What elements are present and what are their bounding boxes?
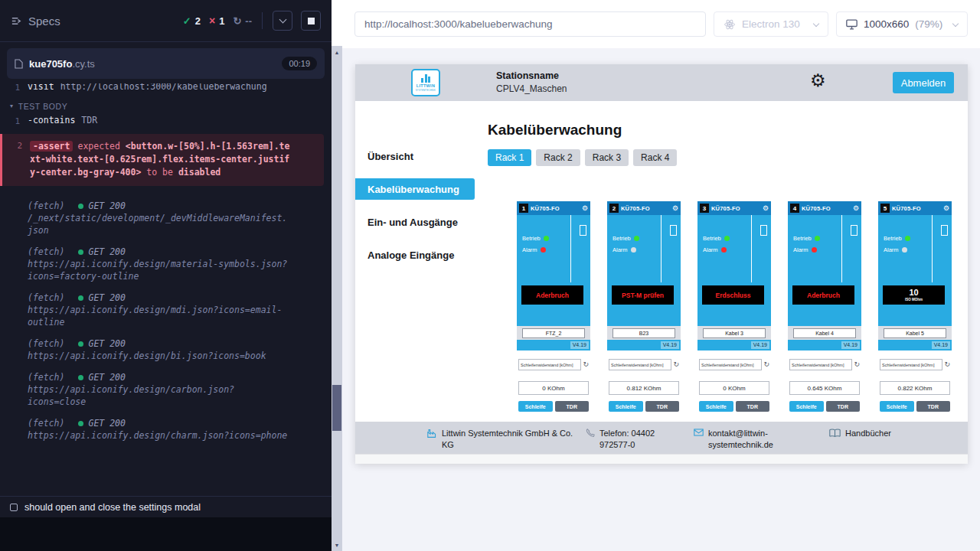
schleife-button[interactable]: Schleife bbox=[699, 401, 733, 412]
device-settings-icon[interactable]: ⚙ bbox=[763, 205, 769, 212]
schleife-button[interactable]: Schleife bbox=[518, 401, 553, 412]
resistance-label: Schleifenwiderstand [kOhm] bbox=[789, 359, 852, 370]
status-badge: PST-M prüfen bbox=[612, 285, 674, 305]
device-number: 4 bbox=[790, 204, 799, 213]
fetch-log-row[interactable]: (fetch)GET 200 https://api.iconify.desig… bbox=[0, 417, 332, 442]
command-contains[interactable]: 1 -contains TDR bbox=[0, 114, 332, 128]
logo-bars-icon bbox=[421, 74, 430, 83]
scroll-up-arrow[interactable]: ▲ bbox=[332, 46, 342, 58]
fetch-url: https://api.iconify.design/mdi.json?icon… bbox=[28, 304, 292, 328]
logout-button[interactable]: Abmelden bbox=[893, 72, 954, 93]
app-horizontal-scrollbar[interactable] bbox=[355, 454, 968, 464]
scrollbar-thumb[interactable] bbox=[332, 385, 341, 431]
next-test-row[interactable]: should open and close the settings modal bbox=[0, 496, 332, 517]
littwin-logo: LITTWIN SYSTEMTECHNIK bbox=[411, 69, 440, 96]
tdr-button[interactable]: TDR bbox=[645, 401, 680, 412]
specs-icon bbox=[11, 15, 22, 27]
device-model: KÜ705-FO bbox=[531, 205, 580, 212]
iso-unit: ISO MOhm bbox=[905, 298, 923, 302]
sidebar-item-analoge-eingaenge[interactable]: Analoge Eingänge bbox=[355, 244, 475, 266]
device-number: 5 bbox=[880, 204, 890, 213]
fetch-label: (fetch) bbox=[28, 371, 64, 383]
footer-phone[interactable]: Telefon: 04402 972577-0 bbox=[585, 428, 681, 451]
tdr-button[interactable]: TDR bbox=[736, 401, 770, 412]
refresh-icon[interactable]: ↻ bbox=[583, 361, 589, 368]
stop-run-button[interactable] bbox=[301, 11, 321, 31]
led-alarm-label: Alarm bbox=[522, 246, 537, 253]
fetch-log-row[interactable]: (fetch)GET 200 https://api.iconify.desig… bbox=[0, 371, 332, 408]
footer-email[interactable]: kontakt@littwin-systemtechnik.de bbox=[694, 428, 773, 451]
device-settings-icon[interactable]: ⚙ bbox=[672, 205, 678, 212]
url-input[interactable] bbox=[354, 11, 706, 37]
command-log: 1 visit http://localhost:3000/kabelueber… bbox=[0, 83, 332, 496]
fetch-url: https://api.iconify.design/material-symb… bbox=[28, 258, 292, 282]
resistance-label: Schleifenwiderstand [kOhm] bbox=[518, 359, 581, 370]
led-alarm-label: Alarm bbox=[612, 246, 628, 253]
command-visit[interactable]: 1 visit http://localhost:3000/kabelueber… bbox=[0, 83, 332, 94]
scroll-down-arrow[interactable]: ▼ bbox=[332, 539, 342, 551]
tab-rack-2[interactable]: Rack 2 bbox=[536, 149, 580, 166]
resistance-value: 0.812 KOhm bbox=[609, 381, 679, 395]
fetch-label: (fetch) bbox=[28, 246, 64, 258]
screen: Specs ✓2 ×1 ↻-- kue705fo.cy.ts 00:19 1 v… bbox=[0, 0, 980, 551]
refresh-icon[interactable]: ↻ bbox=[673, 361, 679, 368]
fetch-log-row[interactable]: (fetch)GET 200 https://api.iconify.desig… bbox=[0, 246, 332, 282]
resistance-value: 0 KOhm bbox=[699, 381, 769, 395]
test-body-section[interactable]: ▾ TEST BODY bbox=[0, 102, 332, 111]
tdr-button[interactable]: TDR bbox=[555, 401, 590, 412]
fetch-log-row[interactable]: (fetch)GET 200 https://api.iconify.desig… bbox=[0, 292, 332, 328]
device-card-3: 3KÜ705-FO⚙ Betrieb Alarm Erdschluss Kabe… bbox=[697, 201, 771, 412]
line-number: 1 bbox=[0, 114, 20, 128]
fetch-url: https://api.iconify.design/carbon.json?i… bbox=[28, 383, 292, 408]
browser-select[interactable]: Electron 130 bbox=[714, 11, 828, 37]
footer-manuals[interactable]: Handbücher bbox=[829, 428, 891, 439]
logo-text: LITTWIN bbox=[416, 83, 435, 88]
monitor-icon bbox=[846, 19, 858, 30]
tdr-button[interactable]: TDR bbox=[826, 401, 861, 412]
led-betrieb-label: Betrieb bbox=[522, 235, 541, 242]
sidebar-item-ein-und-ausgaenge[interactable]: Ein- und Ausgänge bbox=[355, 211, 475, 233]
schleife-button[interactable]: Schleife bbox=[789, 401, 824, 412]
runner-toolbar: Electron 130 1000x660 (79%) bbox=[342, 0, 980, 48]
failed-count[interactable]: ×1 bbox=[209, 15, 224, 27]
failed-number: 1 bbox=[219, 15, 224, 27]
sidebar-item-kabelueberwachung[interactable]: Kabelüberwachung bbox=[355, 178, 475, 200]
pending-count[interactable]: ↻-- bbox=[233, 15, 252, 27]
fetch-log-row[interactable]: (fetch)GET 200 /_next/static/development… bbox=[0, 200, 332, 236]
tab-rack-3[interactable]: Rack 3 bbox=[585, 149, 629, 166]
device-settings-icon[interactable]: ⚙ bbox=[582, 205, 588, 212]
device-card-2: 2KÜ705-FO⚙ Betrieb Alarm PST-M prüfen B2… bbox=[607, 201, 681, 412]
device-settings-icon[interactable]: ⚙ bbox=[853, 205, 859, 212]
collapse-tests-button[interactable] bbox=[273, 11, 292, 31]
fetch-url: https://api.iconify.design/bi.json?icons… bbox=[28, 350, 266, 362]
spec-file-row[interactable]: kue705fo.cy.ts 00:19 bbox=[7, 48, 325, 79]
device-model: KÜ705-FO bbox=[802, 205, 851, 212]
line-number: 2 bbox=[2, 140, 22, 179]
device-settings-icon[interactable]: ⚙ bbox=[943, 205, 949, 212]
tab-rack-4[interactable]: Rack 4 bbox=[633, 149, 677, 166]
alarm-led-icon bbox=[721, 247, 727, 253]
passed-count[interactable]: ✓2 bbox=[183, 15, 201, 27]
firmware-version: V4.19 bbox=[570, 341, 589, 349]
alarm-led-icon bbox=[902, 247, 907, 253]
specs-toggle[interactable]: Specs bbox=[11, 15, 60, 28]
fetch-log-row[interactable]: (fetch)GET 200 https://api.iconify.desig… bbox=[0, 337, 332, 362]
indicator-box bbox=[941, 225, 948, 236]
sidebar-item-uebersicht[interactable]: Übersicht bbox=[355, 145, 475, 167]
tdr-button[interactable]: TDR bbox=[916, 401, 951, 412]
tab-rack-1[interactable]: Rack 1 bbox=[488, 149, 531, 166]
alarm-led-icon bbox=[631, 247, 636, 253]
viewport-select[interactable]: 1000x660 (79%) bbox=[836, 11, 968, 37]
failed-assert-row[interactable]: 2 -assertexpected <button.w-[50%].h-[1.5… bbox=[0, 134, 324, 186]
refresh-icon[interactable]: ↻ bbox=[854, 361, 860, 368]
aut-panel: Electron 130 1000x660 (79%) LITTWIN SYST… bbox=[342, 0, 980, 551]
phone-icon bbox=[585, 429, 595, 439]
scrollbar-track: ▲ ▼ bbox=[332, 46, 342, 551]
company-name: Littwin Systemtechnik GmbH & Co. KG bbox=[442, 428, 577, 451]
refresh-icon[interactable]: ↻ bbox=[763, 361, 769, 368]
assert-message: -assertexpected <button.w-[50%].h-[1.563… bbox=[30, 140, 294, 179]
schleife-button[interactable]: Schleife bbox=[609, 401, 643, 412]
refresh-icon[interactable]: ↻ bbox=[944, 361, 950, 368]
settings-gear-icon[interactable]: ⚙ bbox=[810, 70, 826, 92]
schleife-button[interactable]: Schleife bbox=[880, 401, 914, 412]
